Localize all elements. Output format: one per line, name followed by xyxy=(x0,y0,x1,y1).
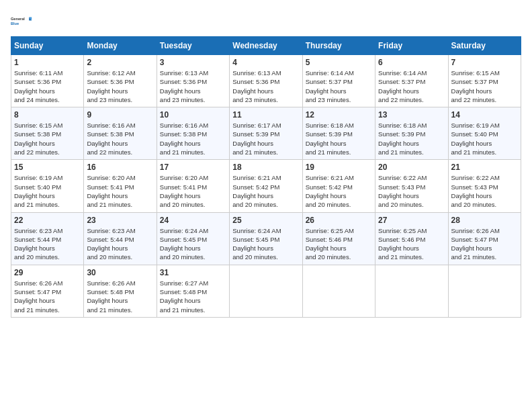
svg-text:General: General xyxy=(11,17,25,21)
calendar-day-cell: 15Sunrise: 6:19 AMSunset: 5:40 PMDayligh… xyxy=(11,160,84,212)
weekday-header-cell: Tuesday xyxy=(157,37,229,55)
calendar-day-cell: 30Sunrise: 6:26 AMSunset: 5:48 PMDayligh… xyxy=(84,265,157,317)
day-number: 12 xyxy=(306,110,372,120)
day-number: 27 xyxy=(378,216,445,225)
calendar-day-cell: 8Sunrise: 6:15 AMSunset: 5:38 PMDaylight… xyxy=(11,107,84,160)
day-number: 28 xyxy=(451,216,518,225)
calendar-day-cell: 14Sunrise: 6:19 AMSunset: 5:40 PMDayligh… xyxy=(448,107,521,160)
day-info: Sunrise: 6:21 AMSunset: 5:42 PMDaylight … xyxy=(232,173,299,209)
calendar-day-cell xyxy=(230,265,302,317)
calendar-day-cell: 5Sunrise: 6:14 AMSunset: 5:37 PMDaylight… xyxy=(302,55,375,107)
calendar-day-cell: 21Sunrise: 6:22 AMSunset: 5:43 PMDayligh… xyxy=(448,160,521,212)
calendar-week-row: 22Sunrise: 6:23 AMSunset: 5:44 PMDayligh… xyxy=(11,212,521,265)
day-info: Sunrise: 6:25 AMSunset: 5:46 PMDaylight … xyxy=(378,226,445,262)
day-number: 5 xyxy=(306,58,372,67)
calendar-day-cell: 3Sunrise: 6:13 AMSunset: 5:36 PMDaylight… xyxy=(157,55,229,107)
weekday-header-cell: Thursday xyxy=(302,37,375,55)
day-info: Sunrise: 6:14 AMSunset: 5:37 PMDaylight … xyxy=(378,68,445,104)
day-info: Sunrise: 6:15 AMSunset: 5:37 PMDaylight … xyxy=(451,68,518,104)
day-info: Sunrise: 6:26 AMSunset: 5:47 PMDaylight … xyxy=(451,226,518,262)
calendar-day-cell: 16Sunrise: 6:20 AMSunset: 5:41 PMDayligh… xyxy=(84,160,157,212)
day-number: 17 xyxy=(160,163,226,172)
calendar-week-row: 1Sunrise: 6:11 AMSunset: 5:36 PMDaylight… xyxy=(11,55,521,107)
day-number: 23 xyxy=(87,216,153,225)
calendar-day-cell: 20Sunrise: 6:22 AMSunset: 5:43 PMDayligh… xyxy=(375,160,448,212)
calendar-day-cell: 11Sunrise: 6:17 AMSunset: 5:39 PMDayligh… xyxy=(230,107,302,160)
calendar-day-cell: 17Sunrise: 6:20 AMSunset: 5:41 PMDayligh… xyxy=(157,160,229,212)
calendar-day-cell: 2Sunrise: 6:12 AMSunset: 5:36 PMDaylight… xyxy=(84,55,157,107)
calendar-day-cell: 12Sunrise: 6:18 AMSunset: 5:39 PMDayligh… xyxy=(302,107,375,160)
calendar-week-row: 15Sunrise: 6:19 AMSunset: 5:40 PMDayligh… xyxy=(11,160,521,212)
day-info: Sunrise: 6:24 AMSunset: 5:45 PMDaylight … xyxy=(160,226,226,262)
day-info: Sunrise: 6:13 AMSunset: 5:36 PMDaylight … xyxy=(232,68,299,104)
day-number: 21 xyxy=(451,163,518,172)
day-info: Sunrise: 6:18 AMSunset: 5:39 PMDaylight … xyxy=(378,121,445,156)
day-number: 20 xyxy=(378,163,445,172)
svg-text:Blue: Blue xyxy=(11,21,19,26)
calendar-day-cell: 28Sunrise: 6:26 AMSunset: 5:47 PMDayligh… xyxy=(448,212,521,265)
day-number: 15 xyxy=(14,163,81,172)
calendar-day-cell xyxy=(448,265,521,317)
calendar-day-cell: 10Sunrise: 6:16 AMSunset: 5:38 PMDayligh… xyxy=(157,107,229,160)
day-number: 18 xyxy=(232,163,299,172)
day-number: 7 xyxy=(451,58,518,67)
day-info: Sunrise: 6:19 AMSunset: 5:40 PMDaylight … xyxy=(14,173,81,209)
logo-icon: GeneralBlue xyxy=(11,11,32,32)
day-number: 13 xyxy=(378,110,445,120)
calendar-day-cell: 29Sunrise: 6:26 AMSunset: 5:47 PMDayligh… xyxy=(11,265,84,317)
calendar-day-cell: 24Sunrise: 6:24 AMSunset: 5:45 PMDayligh… xyxy=(157,212,229,265)
calendar-week-row: 29Sunrise: 6:26 AMSunset: 5:47 PMDayligh… xyxy=(11,265,521,317)
calendar-day-cell: 23Sunrise: 6:23 AMSunset: 5:44 PMDayligh… xyxy=(84,212,157,265)
day-info: Sunrise: 6:12 AMSunset: 5:36 PMDaylight … xyxy=(87,68,153,104)
weekday-header-cell: Monday xyxy=(84,37,157,55)
day-info: Sunrise: 6:19 AMSunset: 5:40 PMDaylight … xyxy=(451,121,518,156)
day-info: Sunrise: 6:20 AMSunset: 5:41 PMDaylight … xyxy=(160,173,226,209)
day-info: Sunrise: 6:15 AMSunset: 5:38 PMDaylight … xyxy=(14,121,81,156)
day-info: Sunrise: 6:17 AMSunset: 5:39 PMDaylight … xyxy=(232,121,299,156)
calendar-day-cell: 19Sunrise: 6:21 AMSunset: 5:42 PMDayligh… xyxy=(302,160,375,212)
calendar-table: SundayMondayTuesdayWednesdayThursdayFrid… xyxy=(11,36,521,318)
calendar-day-cell: 6Sunrise: 6:14 AMSunset: 5:37 PMDaylight… xyxy=(375,55,448,107)
calendar-day-cell: 27Sunrise: 6:25 AMSunset: 5:46 PMDayligh… xyxy=(375,212,448,265)
day-number: 31 xyxy=(160,268,226,277)
day-info: Sunrise: 6:18 AMSunset: 5:39 PMDaylight … xyxy=(306,121,372,156)
calendar-body: 1Sunrise: 6:11 AMSunset: 5:36 PMDaylight… xyxy=(11,55,521,318)
day-number: 19 xyxy=(306,163,372,172)
page-header: GeneralBlue xyxy=(11,11,521,32)
day-number: 8 xyxy=(14,110,81,120)
day-info: Sunrise: 6:14 AMSunset: 5:37 PMDaylight … xyxy=(306,68,372,104)
day-number: 24 xyxy=(160,216,226,225)
calendar-day-cell xyxy=(302,265,375,317)
calendar-day-cell: 7Sunrise: 6:15 AMSunset: 5:37 PMDaylight… xyxy=(448,55,521,107)
day-number: 30 xyxy=(87,268,153,277)
day-info: Sunrise: 6:22 AMSunset: 5:43 PMDaylight … xyxy=(451,173,518,209)
day-info: Sunrise: 6:26 AMSunset: 5:48 PMDaylight … xyxy=(87,279,153,314)
day-number: 14 xyxy=(451,110,518,120)
day-number: 4 xyxy=(232,58,299,67)
calendar-day-cell: 26Sunrise: 6:25 AMSunset: 5:46 PMDayligh… xyxy=(302,212,375,265)
weekday-header-cell: Friday xyxy=(375,37,448,55)
day-number: 1 xyxy=(14,58,81,67)
logo: GeneralBlue xyxy=(11,11,32,32)
calendar-day-cell xyxy=(375,265,448,317)
day-number: 3 xyxy=(160,58,226,67)
day-number: 26 xyxy=(306,216,372,225)
day-number: 22 xyxy=(14,216,81,225)
calendar-week-row: 8Sunrise: 6:15 AMSunset: 5:38 PMDaylight… xyxy=(11,107,521,160)
calendar-day-cell: 1Sunrise: 6:11 AMSunset: 5:36 PMDaylight… xyxy=(11,55,84,107)
day-number: 11 xyxy=(232,110,299,120)
weekday-header-cell: Sunday xyxy=(11,37,84,55)
weekday-header-cell: Wednesday xyxy=(230,37,302,55)
calendar-day-cell: 9Sunrise: 6:16 AMSunset: 5:38 PMDaylight… xyxy=(84,107,157,160)
day-info: Sunrise: 6:13 AMSunset: 5:36 PMDaylight … xyxy=(160,68,226,104)
day-number: 25 xyxy=(232,216,299,225)
day-info: Sunrise: 6:16 AMSunset: 5:38 PMDaylight … xyxy=(160,121,226,156)
day-info: Sunrise: 6:23 AMSunset: 5:44 PMDaylight … xyxy=(14,226,81,262)
calendar-day-cell: 18Sunrise: 6:21 AMSunset: 5:42 PMDayligh… xyxy=(230,160,302,212)
day-info: Sunrise: 6:11 AMSunset: 5:36 PMDaylight … xyxy=(14,68,81,104)
day-number: 2 xyxy=(87,58,153,67)
calendar-day-cell: 31Sunrise: 6:27 AMSunset: 5:48 PMDayligh… xyxy=(157,265,229,317)
day-info: Sunrise: 6:26 AMSunset: 5:47 PMDaylight … xyxy=(14,279,81,314)
calendar-day-cell: 4Sunrise: 6:13 AMSunset: 5:36 PMDaylight… xyxy=(230,55,302,107)
calendar-day-cell: 22Sunrise: 6:23 AMSunset: 5:44 PMDayligh… xyxy=(11,212,84,265)
